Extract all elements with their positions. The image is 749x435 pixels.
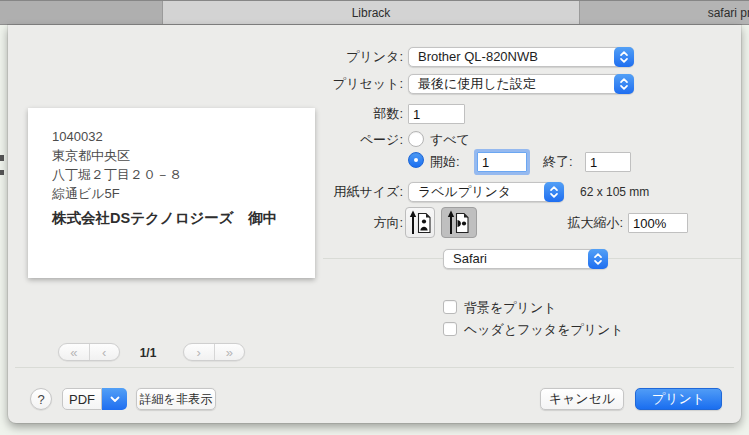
popup-stepper-icon <box>544 182 564 202</box>
pages-all-label: すべて <box>430 131 470 149</box>
app-options-select[interactable]: Safari <box>443 249 608 269</box>
popup-stepper-icon <box>614 74 634 94</box>
tab-librack[interactable]: Librack <box>163 1 580 24</box>
screen: Librack safari pr プリンタ: Brother QL-820NW… <box>0 0 749 435</box>
tab-safari-print[interactable]: safari pr <box>580 1 749 24</box>
print-button[interactable]: プリント <box>635 388 722 410</box>
pages-start-input[interactable] <box>477 152 527 172</box>
portrait-orientation-icon <box>409 210 431 236</box>
preview-address-line: 綜通ビル5F <box>52 184 120 203</box>
hide-details-button[interactable]: 詳細を非表示 <box>136 388 216 410</box>
prev-page-icon[interactable]: ‹ <box>89 344 120 360</box>
pages-end-input[interactable] <box>585 152 631 172</box>
pages-end-label: 終了: <box>543 153 573 171</box>
next-page-icon[interactable]: › <box>184 344 214 360</box>
print-dialog: プリンタ: Brother QL-820NWB プリセット: 最後に使用した設定… <box>8 25 741 423</box>
background-fragment <box>0 155 4 161</box>
print-background-checkbox[interactable] <box>443 300 457 314</box>
print-headers-footers-checkbox[interactable] <box>443 322 457 336</box>
cancel-button[interactable]: キャンセル <box>540 388 624 410</box>
pdf-dropdown-toggle[interactable] <box>102 388 127 410</box>
preset-select[interactable]: 最後に使用した設定 <box>408 74 634 94</box>
scale-input[interactable] <box>628 213 688 233</box>
paper-size-select[interactable]: ラベルプリンタ <box>408 182 564 202</box>
pages-start-label: 開始: <box>430 153 460 171</box>
paper-size-value: ラベルプリンタ <box>418 183 511 201</box>
preview-recipient: 株式会社DSテクノロジーズ 御中 <box>52 209 277 228</box>
page-indicator: 1/1 <box>123 346 173 360</box>
browser-tab-bar: Librack safari pr <box>0 0 749 25</box>
footer-divider <box>15 367 734 368</box>
preview-address-line: 東京都中央区 <box>52 146 130 165</box>
printer-value: Brother QL-820NWB <box>418 48 538 66</box>
popup-stepper-icon <box>588 249 608 269</box>
landscape-orientation-icon <box>447 210 471 236</box>
printer-label: プリンタ: <box>243 47 403 67</box>
popup-stepper-icon <box>614 47 634 67</box>
help-button[interactable]: ? <box>30 388 52 410</box>
pagination-forward-control: › » <box>183 343 245 361</box>
pages-range-radio[interactable] <box>408 152 424 168</box>
help-icon: ? <box>37 392 44 407</box>
printer-select[interactable]: Brother QL-820NWB <box>408 47 634 67</box>
tab-safari-print-label: safari pr <box>708 6 749 20</box>
tab-librack-label: Librack <box>352 6 391 20</box>
chevron-down-icon <box>110 396 120 403</box>
pages-all-radio[interactable] <box>408 131 424 147</box>
print-background-label: 背景をプリント <box>464 299 557 317</box>
preset-label: プリセット: <box>243 74 403 94</box>
scale-label: 拡大縮小: <box>543 213 623 233</box>
tab-bar-spacer <box>0 1 163 24</box>
pdf-menu-button[interactable]: PDF <box>62 388 127 410</box>
copies-input[interactable] <box>408 104 465 124</box>
first-page-icon[interactable]: « <box>59 344 89 360</box>
app-options-value: Safari <box>453 250 487 268</box>
pagination-back-control: « ‹ <box>58 343 120 361</box>
print-headers-footers-label: ヘッダとフッタをプリント <box>464 321 624 339</box>
last-page-icon[interactable]: » <box>214 344 245 360</box>
orientation-portrait-button[interactable] <box>405 207 435 238</box>
paper-dimensions: 62 x 105 mm <box>580 182 649 202</box>
background-fragment <box>0 170 4 175</box>
orientation-landscape-button[interactable] <box>441 207 477 238</box>
pdf-button-label[interactable]: PDF <box>62 388 102 410</box>
preview-postal-code: 1040032 <box>52 127 103 146</box>
preset-value: 最後に使用した設定 <box>418 75 536 93</box>
print-preview: 1040032 東京都中央区 八丁堀２丁目２０－８ 綜通ビル5F 株式会社DSテ… <box>28 108 315 278</box>
preview-address-line: 八丁堀２丁目２０－８ <box>52 165 182 184</box>
